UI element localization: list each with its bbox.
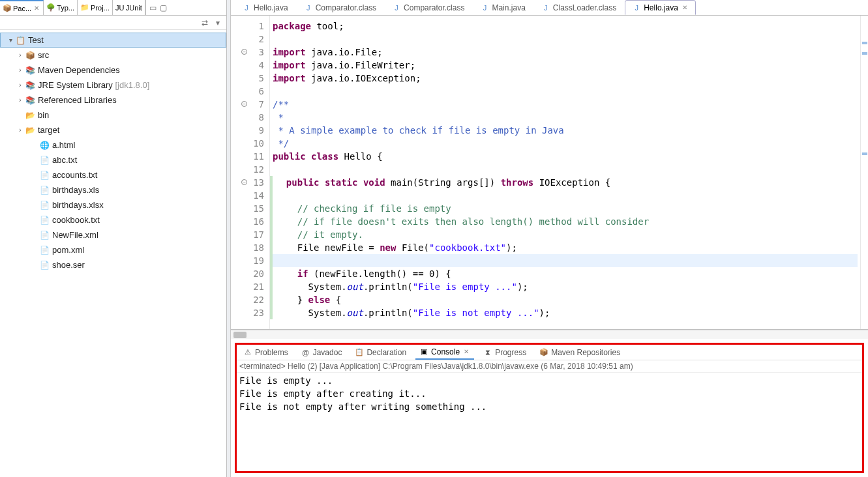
left-tab[interactable]: 📁Proj... (78, 0, 113, 15)
project-node[interactable]: ▾ 📋 Test (0, 33, 226, 48)
java-file-icon: J (632, 3, 641, 12)
code-line[interactable]: import java.io.IOException; (273, 72, 860, 85)
code-line[interactable] (270, 189, 860, 202)
tree-node[interactable]: 📄pom.xml (0, 242, 226, 257)
code-line[interactable]: // checking if file is empty (270, 202, 860, 215)
code-line[interactable] (273, 85, 860, 98)
tab-icon: ⧗ (483, 348, 492, 357)
code-line[interactable] (270, 254, 858, 267)
editor-tab-label: Comparator.class (404, 3, 464, 12)
view-menu-icon[interactable]: ▾ (213, 18, 222, 27)
code-line[interactable]: // it empty. (270, 228, 860, 241)
tree-node[interactable]: 🌐a.html (0, 137, 226, 152)
editor-tab[interactable]: JMain.java (473, 0, 532, 15)
overview-mark[interactable] (862, 42, 867, 44)
expand-arrow-icon[interactable]: › (16, 126, 25, 134)
node-icon: 📄 (39, 245, 50, 255)
code-line[interactable]: public class Hello { (273, 150, 860, 163)
editor-tab-label: Hello.java (254, 3, 288, 12)
code-line[interactable]: System.out.println("File is empty ..."); (270, 280, 860, 293)
tree-node[interactable]: 📄shoe.ser (0, 257, 226, 272)
node-label: src (38, 50, 49, 60)
bottom-tab-javadoc[interactable]: @Javadoc (297, 345, 346, 360)
code-line[interactable]: } else { (270, 293, 860, 306)
code-editor[interactable]: 123−4567−8910111213−14151617181920212223… (231, 16, 868, 330)
tree-node[interactable]: ›📚JRE System Library [jdk1.8.0] (0, 78, 226, 93)
expand-arrow-icon[interactable]: › (16, 51, 25, 59)
code-line[interactable] (273, 33, 860, 46)
editor-tab[interactable]: JComparator.class (385, 0, 471, 15)
expand-arrow-icon[interactable]: ▾ (6, 36, 15, 44)
close-icon[interactable]: ✕ (462, 348, 470, 355)
code-line[interactable]: // if file doesn't exits then also lengt… (270, 215, 860, 228)
node-label: a.html (52, 140, 75, 150)
left-tab[interactable]: 📦Pac...✕ (0, 0, 44, 15)
node-label: accounts.txt (52, 170, 97, 180)
scrollbar-thumb[interactable] (233, 332, 247, 338)
close-icon[interactable]: ✕ (33, 5, 40, 12)
left-tab[interactable]: 🌳Typ... (44, 0, 78, 15)
editor-tab[interactable]: JHello.java (235, 0, 295, 15)
bottom-tab-declaration[interactable]: 📋Declaration (351, 345, 410, 360)
code-line[interactable]: public static void main(String args[]) t… (270, 176, 860, 189)
bottom-tab-problems[interactable]: ⚠Problems (239, 345, 292, 360)
tree-node[interactable]: 📂bin (0, 108, 226, 123)
code-line[interactable] (273, 163, 860, 176)
close-icon[interactable]: ✕ (681, 4, 689, 11)
code-line[interactable]: */ (273, 137, 860, 150)
expand-arrow-icon[interactable]: › (16, 66, 25, 74)
code-line[interactable]: import java.io.FileWriter; (273, 59, 860, 72)
code-line[interactable]: if (newFile.length() == 0) { (270, 267, 860, 280)
tab-icon: 📦 (539, 348, 548, 357)
code-content[interactable]: package tool; import java.io.File;import… (270, 16, 860, 329)
tree-node[interactable]: ›📂target (0, 123, 226, 137)
editor-tab[interactable]: JComparator.class (297, 0, 383, 15)
node-label: Referenced Libraries (38, 95, 117, 105)
expand-arrow-icon[interactable]: › (16, 81, 25, 89)
overview-mark[interactable] (862, 152, 867, 155)
line-gutter: 123−4567−8910111213−14151617181920212223 (240, 16, 270, 329)
node-icon: 📄 (39, 185, 50, 195)
node-label: abc.txt (52, 155, 77, 165)
package-explorer-panel: 📦Pac...✕🌳Typ...📁Proj...JUJUnit▭▢ ⇄ ▾ ▾ 📋… (0, 0, 227, 477)
maximize-icon[interactable]: ▢ (159, 3, 168, 12)
overview-ruler[interactable] (860, 16, 868, 329)
minimize-icon[interactable]: ▭ (149, 3, 158, 12)
code-line[interactable]: * (273, 111, 860, 124)
code-line[interactable]: import java.io.File; (273, 46, 860, 59)
left-tab[interactable]: JUJUnit (113, 0, 145, 15)
overview-mark[interactable] (862, 52, 867, 55)
tree-node[interactable]: 📄abc.txt (0, 152, 226, 167)
console-line: File is empty ... (239, 374, 860, 387)
bottom-tab-maven-repositories[interactable]: 📦Maven Repositories (535, 345, 624, 360)
node-label: bin (38, 110, 49, 120)
editor-tab[interactable]: JClassLoader.class (534, 0, 623, 15)
tree-node[interactable]: 📄cookbook.txt (0, 212, 226, 227)
code-line[interactable]: /** (273, 98, 860, 111)
code-line[interactable]: File newFile = new File("cookbook.txt"); (270, 241, 860, 254)
console-output[interactable]: File is empty ...File is empty after cre… (237, 373, 862, 471)
expand-arrow-icon[interactable]: › (16, 96, 25, 104)
node-icon: 📄 (39, 155, 50, 166)
horizontal-scrollbar[interactable] (231, 330, 868, 339)
bottom-tab-label: Console (431, 347, 460, 356)
tree-node[interactable]: ›📦src (0, 48, 226, 63)
bottom-tab-console[interactable]: ▣Console ✕ (415, 345, 474, 360)
node-icon: 📄 (39, 230, 50, 240)
tree-node[interactable]: ›📚Maven Dependencies (0, 63, 226, 78)
tab-icon: 🌳 (46, 3, 55, 12)
tree-node[interactable]: 📄birthdays.xls (0, 182, 226, 197)
project-tree[interactable]: ▾ 📋 Test ›📦src›📚Maven Dependencies›📚JRE … (0, 30, 226, 477)
code-line[interactable]: * A simple example to check if file is e… (273, 124, 860, 137)
code-line[interactable]: package tool; (273, 20, 860, 33)
bottom-tab-progress[interactable]: ⧗Progress (479, 345, 530, 360)
node-icon: 🌐 (39, 140, 50, 151)
editor-tab[interactable]: JHello.java ✕ (625, 0, 696, 15)
tree-node[interactable]: 📄birthdays.xlsx (0, 197, 226, 212)
code-line[interactable]: System.out.println("File is not empty ..… (270, 306, 860, 319)
tree-node[interactable]: ›📚Referenced Libraries (0, 93, 226, 108)
tree-node[interactable]: 📄NewFile.xml (0, 227, 226, 242)
tree-node[interactable]: 📄accounts.txt (0, 167, 226, 182)
link-with-editor-icon[interactable]: ⇄ (200, 18, 209, 27)
node-icon: 📂 (25, 110, 35, 121)
